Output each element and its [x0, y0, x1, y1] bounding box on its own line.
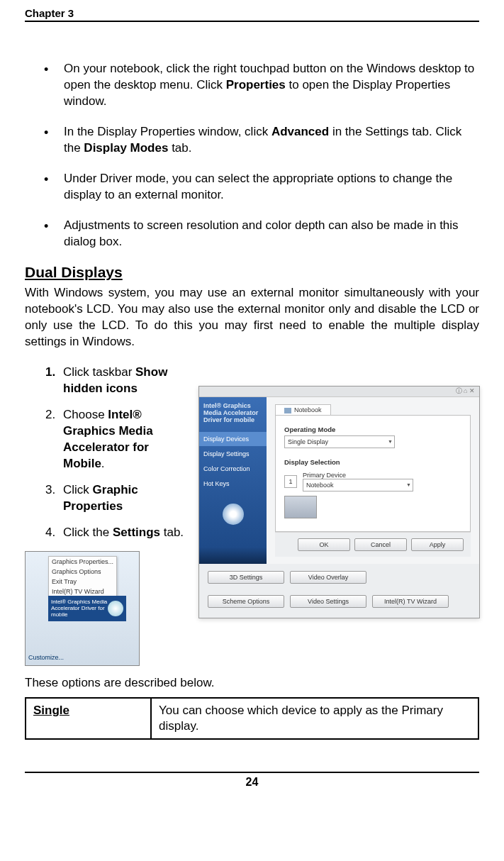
option-name-cell: Single — [26, 698, 151, 739]
display-number-box: 1 — [284, 475, 297, 488]
display-selection-label: Display Selection — [284, 458, 461, 466]
steps-list: Click taskbar Show hidden icons Choose I… — [25, 365, 188, 540]
3d-settings-button[interactable]: 3D Settings — [208, 571, 284, 584]
operating-mode-label: Operating Mode — [284, 426, 461, 433]
sidebar-item-hot-keys[interactable]: Hot Keys — [199, 477, 267, 491]
context-menu: Graphics Properties... Graphics Options … — [48, 556, 117, 597]
step-item: Click the Settings tab. — [59, 525, 188, 541]
bullet-item: On your notebook, click the right touchp… — [25, 61, 479, 110]
operating-mode-select[interactable]: Single Display — [284, 435, 395, 448]
option-desc-cell: You can choose which device to apply as … — [151, 698, 478, 739]
step-item: Choose Intel® Graphics Media Accelerator… — [59, 407, 188, 472]
video-overlay-button[interactable]: Video Overlay — [290, 571, 366, 584]
intel-settings-window: ⓘ ⌂ ✕ Intel® Graphics Media Accelerator … — [198, 386, 480, 618]
menu-item-graphics-options[interactable]: Graphics Options — [49, 567, 116, 577]
bullet-list: On your notebook, click the right touchp… — [25, 61, 479, 250]
sidebar-item-display-devices[interactable]: Display Devices — [199, 432, 267, 446]
intel-sidebar: Intel® Graphics Media Accelerator Driver… — [199, 397, 267, 564]
bullet-item: Adjustments to screen resolution and col… — [25, 218, 479, 250]
bullet-item: In the Display Properties window, click … — [25, 124, 479, 157]
tv-wizard-button[interactable]: Intel(R) TV Wizard — [372, 595, 449, 608]
chapter-header: Chapter 3 — [25, 7, 479, 22]
dual-displays-heading: Dual Displays — [25, 264, 479, 281]
page-number: 24 — [25, 772, 479, 789]
taskbar-screenshot: Graphics Properties... Graphics Options … — [25, 551, 140, 666]
intel-logo-icon — [108, 601, 123, 616]
options-caption: These options are described below. — [25, 676, 479, 690]
scheme-options-button[interactable]: Scheme Options — [208, 595, 284, 608]
dual-displays-paragraph: With Windows system, you may use an exte… — [25, 285, 479, 350]
apply-button[interactable]: Apply — [411, 538, 464, 551]
menu-item-tv-wizard[interactable]: Intel(R) TV Wizard — [49, 587, 116, 596]
laptop-icon — [284, 496, 317, 518]
tab-notebook[interactable]: Notebook — [275, 404, 331, 415]
intel-driver-tooltip: Intel® Graphics Media Accelerator Driver… — [48, 596, 126, 621]
intel-sidebar-logo: Intel® Graphics Media Accelerator Driver… — [199, 403, 267, 431]
intel-logo-icon — [223, 504, 244, 525]
step-item: Click Graphic Properties — [59, 482, 188, 515]
bullet-item: Under Driver mode, you can select the ap… — [25, 171, 479, 204]
ok-button[interactable]: OK — [298, 538, 350, 551]
video-settings-button[interactable]: Video Settings — [290, 595, 366, 608]
sidebar-item-display-settings[interactable]: Display Settings — [199, 447, 267, 461]
table-row: Single You can choose which device to ap… — [26, 698, 478, 739]
customize-link[interactable]: Customize... — [28, 654, 64, 661]
window-titlebar: ⓘ ⌂ ✕ — [199, 387, 479, 397]
menu-item-graphics-properties[interactable]: Graphics Properties... — [49, 557, 116, 567]
step-item: Click taskbar Show hidden icons — [59, 365, 188, 397]
primary-device-label: Primary Device — [303, 472, 413, 479]
monitor-icon — [284, 408, 291, 413]
primary-device-select[interactable]: Notebook — [303, 479, 413, 491]
titlebar-icons[interactable]: ⓘ ⌂ ✕ — [456, 387, 475, 394]
sidebar-item-color-correction[interactable]: Color Correction — [199, 462, 267, 476]
menu-item-exit-tray[interactable]: Exit Tray — [49, 577, 116, 587]
options-table: Single You can choose which device to ap… — [25, 697, 479, 740]
cancel-button[interactable]: Cancel — [354, 538, 407, 551]
